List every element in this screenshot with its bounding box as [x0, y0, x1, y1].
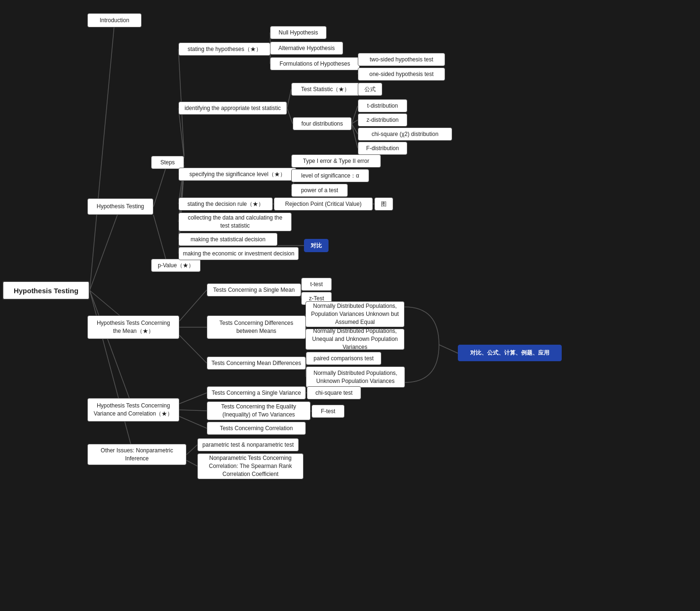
svg-line-5 [153, 162, 168, 207]
node-level_sig: level of significance：α [291, 169, 369, 182]
node-two_sided: two-sided hypothesis test [358, 53, 445, 66]
node-power: power of a test [291, 184, 348, 197]
node-one_sided: one-sided hypothesis test [358, 68, 445, 81]
node-duibi2: 对比、公式、计算、例题、应用 [458, 345, 562, 361]
node-decision_rule: stating the decision rule（★） [178, 197, 273, 211]
node-pvalue: p-Value（★） [151, 259, 201, 272]
node-mean_diff: Tests Concerning Mean Differences [207, 356, 306, 370]
node-t_dist: t-distribution [358, 99, 407, 112]
svg-line-19 [287, 89, 291, 108]
node-collecting: collecting the data and calculating the … [178, 212, 292, 231]
node-duibi1: 对比 [304, 239, 329, 252]
node-corr: Tests Concerning Correlation [207, 422, 306, 435]
node-hyp_mean: Hypothesis Tests Concerning the Mean（★） [87, 315, 179, 339]
node-diff_means: Tests Concerning Differences between Mea… [207, 315, 306, 339]
node-type1: Type I error & Type II error [291, 154, 381, 168]
svg-line-21 [287, 108, 293, 124]
node-chi_dist: chi-square (χ2) distribution [358, 127, 452, 141]
node-other: Other Issues: Nonparametric Inference [87, 444, 186, 465]
node-four_dist: four distributions [293, 117, 352, 130]
node-spearman: Nonparametric Tests Concerning Correlati… [197, 453, 304, 479]
node-test_stat: Test Statistic（★） [291, 83, 360, 96]
svg-line-42 [179, 410, 207, 411]
node-single_mean: Tests Concerning a Single Mean [207, 283, 301, 297]
svg-line-43 [179, 416, 207, 428]
node-parametric: parametric test & nonparametric test [197, 438, 299, 451]
node-steps: Steps [151, 156, 184, 169]
node-paired: paired comparisons test [306, 352, 381, 365]
node-identifying: identifying the appropriate test statist… [178, 102, 287, 115]
svg-line-32 [179, 290, 207, 321]
node-f_test: F-test [312, 405, 345, 418]
svg-line-47 [186, 460, 197, 466]
node-f_dist: F-distribution [358, 142, 407, 155]
node-normally_unk: Normally Distributed Populations, Unknow… [306, 366, 405, 388]
node-stating_hyp: stating the hypotheses（★） [178, 42, 270, 56]
svg-line-8 [178, 108, 184, 158]
node-single_var: Tests Concerning a Single Variance [207, 386, 306, 399]
svg-line-34 [179, 335, 207, 363]
svg-line-25 [352, 124, 358, 148]
node-specifying: specifying the significance level（★） [178, 168, 296, 181]
node-gongshi: 公式 [358, 83, 382, 96]
node-economic: making the economic or investment decisi… [178, 247, 299, 260]
node-alt_hyp: Alternative Hypothesis [270, 42, 343, 55]
node-tu: 图 [374, 197, 393, 211]
node-chi_test: chi-square test [307, 386, 361, 399]
node-hypothesis_testing: Hypothesis Testing [87, 198, 153, 215]
node-normally_uneq: Normally Distributed Populations, Unequa… [305, 329, 405, 350]
svg-line-3 [90, 290, 134, 410]
node-null_hyp: Null Hypothesis [270, 26, 327, 39]
svg-line-1 [90, 207, 120, 290]
node-root: Hypothesis Testing [2, 281, 90, 300]
svg-line-41 [179, 393, 207, 404]
svg-line-46 [186, 445, 197, 455]
node-equality_var: Tests Concerning the Equality (Inequalit… [207, 401, 311, 420]
node-stat_decision: making the statistical decision [178, 233, 278, 246]
node-t_test: t-test [301, 278, 332, 291]
svg-line-0 [90, 20, 115, 290]
svg-line-24 [352, 124, 358, 134]
svg-line-48 [439, 345, 458, 353]
svg-line-23 [352, 120, 358, 124]
node-introduction: Introduction [87, 13, 142, 27]
node-rejection: Rejection Point (Critical Value) [274, 197, 373, 211]
node-formulations: Formulations of Hypotheses [270, 57, 360, 70]
mind-map-canvas: Hypothesis TestingIntroductionHypothesis… [0, 0, 700, 611]
svg-line-22 [352, 106, 358, 124]
node-z_dist: z-distribution [358, 113, 407, 127]
node-normally_eq: Normally Distributed Populations, Popula… [305, 301, 405, 327]
svg-line-6 [153, 215, 168, 265]
node-hyp_var: Hypothesis Tests Concerning Variance and… [87, 398, 179, 422]
